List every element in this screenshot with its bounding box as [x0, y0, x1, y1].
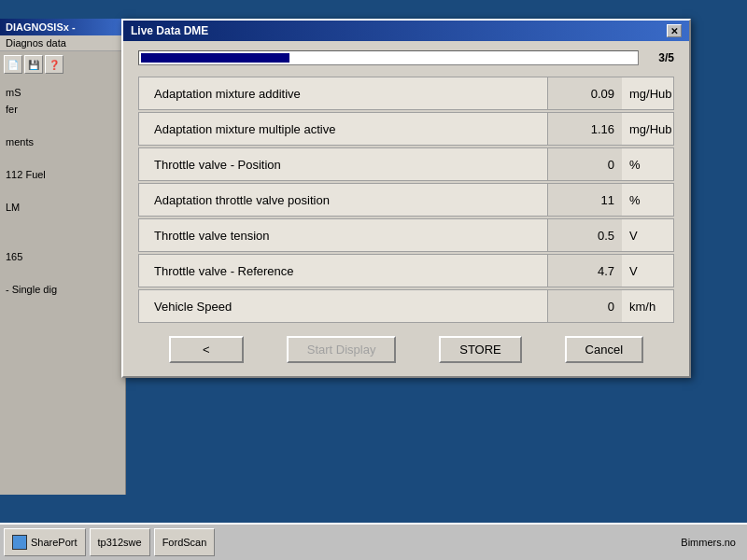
modal-close-button[interactable]: ✕	[667, 24, 682, 37]
left-panel-icons: 📄 💾 ❓	[0, 51, 125, 77]
taskbar-tp312swe-label: tp312swe	[98, 537, 142, 548]
table-row: Throttle valve - Reference 4.7 V	[138, 254, 674, 287]
left-text-line	[6, 266, 120, 283]
taskbar-item-shareport[interactable]: SharePort	[4, 528, 86, 556]
progress-text: 3/5	[646, 51, 674, 64]
row-unit-6: km/h	[622, 300, 673, 314]
left-text-line	[6, 217, 120, 233]
row-unit-4: V	[622, 229, 673, 243]
row-value-4: 0.5	[547, 219, 622, 251]
cancel-button[interactable]: Cancel	[565, 336, 643, 363]
progress-bar-container	[138, 50, 639, 65]
left-text-line	[6, 184, 120, 201]
row-unit-5: V	[622, 264, 673, 278]
left-text-line: 165	[6, 249, 120, 266]
modal-title: Live Data DME	[131, 24, 208, 37]
progress-bar-fill	[141, 53, 289, 63]
bimmers-logo: Bimmers.no	[681, 537, 743, 548]
start-display-button[interactable]: Start Display	[287, 336, 397, 363]
modal-body: 3/5 Adaptation mixture additive 0.09 mg/…	[123, 41, 689, 376]
icon-info[interactable]: ❓	[45, 55, 63, 74]
row-label-0: Adaptation mixture additive	[139, 87, 547, 101]
left-panel-text: mS fer ments 112 Fuel LM 165 - Single di…	[0, 77, 125, 306]
button-row: < Start Display STORE Cancel	[138, 336, 674, 363]
left-text-line: mS	[6, 85, 120, 102]
modal-dialog: Live Data DME ✕ 3/5 Adaptation mixture a…	[121, 19, 691, 378]
progress-area: 3/5	[138, 50, 674, 65]
row-value-2: 0	[547, 148, 622, 180]
store-button[interactable]: STORE	[439, 336, 522, 363]
row-value-0: 0.09	[547, 77, 622, 109]
back-button[interactable]: <	[169, 336, 244, 363]
row-label-3: Adaptation throttle valve position	[139, 193, 547, 207]
row-value-5: 4.7	[547, 255, 622, 287]
left-text-line: - Single dig	[6, 282, 120, 299]
row-unit-1: mg/Hub	[622, 122, 673, 136]
left-text-line	[6, 118, 120, 134]
row-label-4: Throttle valve tension	[139, 229, 547, 243]
table-row: Throttle valve tension 0.5 V	[138, 218, 674, 252]
row-label-2: Throttle valve - Position	[139, 158, 547, 172]
taskbar-fordscan-label: FordScan	[162, 537, 207, 548]
left-panel-sub: Diagnos data	[0, 35, 125, 51]
data-rows-container: Adaptation mixture additive 0.09 mg/Hub …	[138, 77, 674, 323]
left-text-line	[6, 232, 120, 249]
left-panel: DIAGNOSISx - Diagnos data 📄 💾 ❓ mS fer m…	[0, 19, 126, 495]
left-text-line: 112 Fuel	[6, 167, 120, 184]
row-unit-3: %	[622, 193, 673, 207]
row-label-1: Adaptation mixture multiple active	[139, 122, 547, 136]
shareport-icon	[12, 535, 27, 550]
left-text-line: LM	[6, 200, 120, 217]
left-text-line	[6, 150, 120, 167]
icon-doc[interactable]: 📄	[4, 55, 22, 74]
row-value-6: 0	[547, 290, 622, 322]
icon-save[interactable]: 💾	[24, 55, 43, 74]
taskbar-item-fordscan[interactable]: FordScan	[154, 528, 216, 556]
row-unit-0: mg/Hub	[622, 87, 673, 101]
row-value-1: 1.16	[547, 113, 622, 145]
left-text-line: fer	[6, 102, 120, 119]
modal-titlebar: Live Data DME ✕	[123, 21, 689, 41]
left-text-line: ments	[6, 134, 120, 151]
row-label-6: Vehicle Speed	[139, 300, 547, 314]
row-value-3: 11	[547, 184, 622, 216]
taskbar-item-tp312swe[interactable]: tp312swe	[90, 528, 150, 556]
taskbar-shareport-label: SharePort	[31, 537, 78, 548]
table-row: Vehicle Speed 0 km/h	[138, 289, 674, 323]
desktop: DIAGNOSISx - Diagnos data 📄 💾 ❓ mS fer m…	[0, 0, 747, 560]
table-row: Adaptation mixture multiple active 1.16 …	[138, 112, 674, 146]
row-label-5: Throttle valve - Reference	[139, 264, 547, 278]
row-unit-2: %	[622, 158, 673, 172]
table-row: Adaptation throttle valve position 11 %	[138, 183, 674, 217]
taskbar: SharePort tp312swe FordScan Bimmers.no	[0, 523, 747, 560]
table-row: Throttle valve - Position 0 %	[138, 147, 674, 181]
left-panel-title: DIAGNOSISx -	[0, 19, 125, 35]
table-row: Adaptation mixture additive 0.09 mg/Hub	[138, 77, 674, 110]
